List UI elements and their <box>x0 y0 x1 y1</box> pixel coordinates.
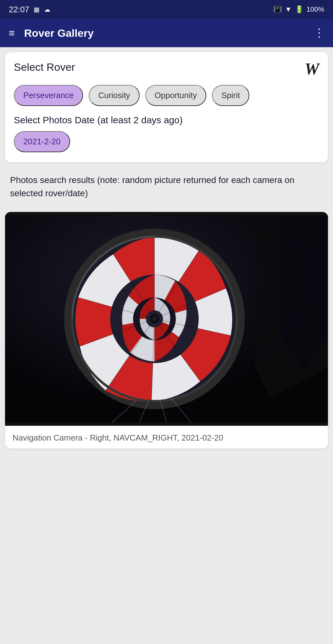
more-options-icon[interactable]: ⋮ <box>314 26 324 40</box>
vibrate-icon: 📳 <box>273 5 282 14</box>
rover-selection-card: Select Rover W Perseverance Curiosity Op… <box>5 52 328 162</box>
battery-percentage: 100% <box>307 5 324 14</box>
rover-chip-perseverance[interactable]: Perseverance <box>14 85 83 106</box>
rover-chips-container: Perseverance Curiosity Opportunity Spiri… <box>14 85 319 106</box>
status-bar: 22:07 ▦ ☁ 📳 ▼ 🔋 100% <box>0 0 333 19</box>
app-title: Rover Gallery <box>24 27 314 39</box>
card-header: Select Rover W <box>14 61 319 77</box>
app-bar: ≡ Rover Gallery ⋮ <box>0 19 333 47</box>
status-time: 22:07 <box>9 5 29 14</box>
selected-date-chip[interactable]: 2021-2-20 <box>14 131 70 152</box>
wifi-icon: ▼ <box>285 5 292 14</box>
results-section: Photos search results (note: random pict… <box>5 169 328 212</box>
parachute-svg <box>5 212 328 426</box>
main-content: Select Rover W Perseverance Curiosity Op… <box>0 47 333 644</box>
date-section: Select Photos Date (at least 2 days ago)… <box>14 115 319 152</box>
cloud-icon: ☁ <box>44 6 50 13</box>
rover-chip-opportunity[interactable]: Opportunity <box>145 85 206 106</box>
rover-chip-spirit[interactable]: Spirit <box>212 85 249 106</box>
hamburger-menu-icon[interactable]: ≡ <box>9 28 15 38</box>
photo-image-container <box>5 212 328 426</box>
status-left: 22:07 ▦ ☁ <box>9 5 50 14</box>
rover-chip-curiosity[interactable]: Curiosity <box>89 85 139 106</box>
calendar-icon: ▦ <box>34 6 40 13</box>
photo-card: Navigation Camera - Right, NAVCAM_RIGHT,… <box>5 212 328 448</box>
select-date-title: Select Photos Date (at least 2 days ago) <box>14 115 319 125</box>
status-right: 📳 ▼ 🔋 100% <box>273 5 324 14</box>
results-description: Photos search results (note: random pict… <box>10 174 323 200</box>
wikipedia-icon[interactable]: W <box>305 61 319 77</box>
photo-caption: Navigation Camera - Right, NAVCAM_RIGHT,… <box>5 426 328 448</box>
battery-icon: 🔋 <box>295 5 303 14</box>
select-rover-title: Select Rover <box>14 61 75 73</box>
photo-caption-text: Navigation Camera - Right, NAVCAM_RIGHT,… <box>13 432 320 443</box>
